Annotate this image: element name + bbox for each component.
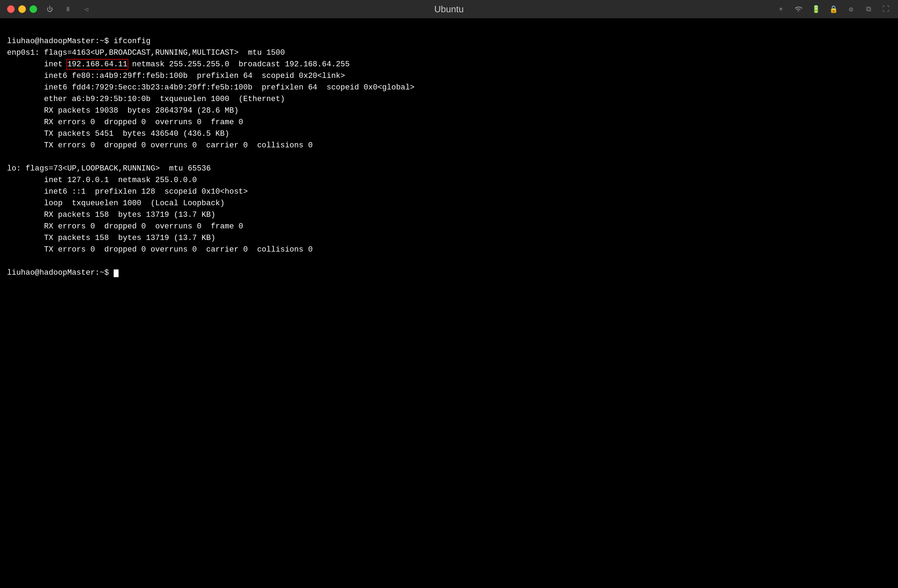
inet6-link-line: inet6 fe80::a4b9:29ff:fe5b:100b prefixle…	[7, 72, 345, 80]
traffic-lights	[7, 5, 37, 13]
terminal-output[interactable]: liuhao@hadoopMaster:~$ ifconfig enp0s1: …	[0, 18, 898, 588]
terminal-window: ⏻ ⏸ ◁ Ubuntu ☀ 🔋 🔒 ⚙ ⧉ ⛶ liuhao@hadoopMa…	[0, 0, 898, 588]
ether-line: ether a6:b9:29:5b:10:0b txqueuelen 1000 …	[7, 95, 285, 103]
inet-line: inet 192.168.64.11 netmask 255.255.255.0…	[7, 60, 350, 69]
power-icon[interactable]: ⏻	[44, 3, 55, 15]
battery-icon[interactable]: 🔋	[811, 4, 821, 14]
cursor	[114, 269, 118, 277]
titlebar-right-controls: ☀ 🔋 🔒 ⚙ ⧉ ⛶	[776, 4, 891, 14]
window-title: Ubuntu	[434, 4, 464, 15]
tx-packets-line: TX packets 5451 bytes 436540 (436.5 KB)	[7, 129, 229, 138]
minimize-button[interactable]	[18, 5, 26, 13]
wifi-icon[interactable]	[793, 4, 803, 14]
rx-packets-line: RX packets 19038 bytes 28643794 (28.6 MB…	[7, 106, 238, 115]
lock-icon[interactable]: 🔒	[829, 4, 838, 14]
lo-rx-packets-line: RX packets 158 bytes 13719 (13.7 KB)	[7, 211, 215, 219]
back-icon[interactable]: ◁	[81, 3, 92, 15]
fullscreen-icon[interactable]: ⛶	[881, 4, 891, 14]
lo-inet6-line: inet6 ::1 prefixlen 128 scopeid 0x10<hos…	[7, 187, 248, 196]
inet6-global-line: inet6 fdd4:7929:5ecc:3b23:a4b9:29ff:fe5b…	[7, 83, 415, 92]
command-line: liuhao@hadoopMaster:~$ ifconfig	[7, 37, 151, 46]
highlighted-ip: 192.168.64.11	[67, 60, 128, 69]
pause-icon[interactable]: ⏸	[62, 3, 74, 15]
lo-tx-errors-line: TX errors 0 dropped 0 overruns 0 carrier…	[7, 245, 312, 254]
lo-inet-line: inet 127.0.0.1 netmask 255.0.0.0	[7, 176, 197, 185]
settings-icon[interactable]: ⚙	[846, 4, 856, 14]
enp0s1-flags-line: enp0s1: flags=4163<UP,BROADCAST,RUNNING,…	[7, 48, 285, 57]
brightness-icon[interactable]: ☀	[776, 4, 786, 14]
lo-rx-errors-line: RX errors 0 dropped 0 overruns 0 frame 0	[7, 222, 243, 231]
window-icon[interactable]: ⧉	[864, 4, 873, 14]
maximize-button[interactable]	[29, 5, 37, 13]
titlebar: ⏻ ⏸ ◁ Ubuntu ☀ 🔋 🔒 ⚙ ⧉ ⛶	[0, 0, 898, 18]
lo-tx-packets-line: TX packets 158 bytes 13719 (13.7 KB)	[7, 234, 215, 242]
tx-errors-line: TX errors 0 dropped 0 overruns 0 carrier…	[7, 141, 312, 150]
close-button[interactable]	[7, 5, 15, 13]
lo-loop-line: loop txqueuelen 1000 (Local Loopback)	[7, 199, 225, 208]
titlebar-left-controls: ⏻ ⏸ ◁	[44, 3, 92, 15]
rx-errors-line: RX errors 0 dropped 0 overruns 0 frame 0	[7, 118, 243, 127]
lo-flags-line: lo: flags=73<UP,LOOPBACK,RUNNING> mtu 65…	[7, 164, 211, 173]
prompt-line: liuhao@hadoopMaster:~$	[7, 268, 118, 277]
